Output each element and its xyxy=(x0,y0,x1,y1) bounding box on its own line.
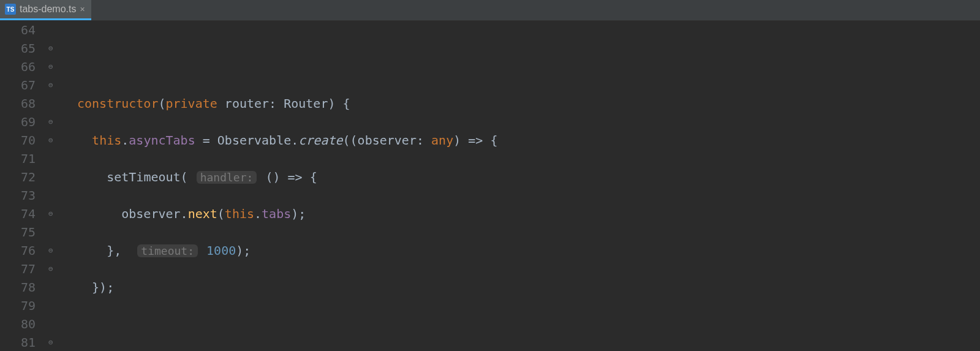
line-number: 77 xyxy=(0,260,36,278)
keyword-this: this xyxy=(225,206,254,221)
indent xyxy=(77,170,107,184)
line-number: 66 xyxy=(0,58,36,76)
fold-marker[interactable] xyxy=(43,223,59,241)
line-number: 68 xyxy=(0,94,36,113)
tab-bar: TS tabs-demo.ts × xyxy=(0,0,980,21)
fold-marker[interactable]: ⊖ xyxy=(43,205,59,223)
ident: Observable xyxy=(217,133,291,148)
op: = xyxy=(195,133,217,148)
line-number: 78 xyxy=(0,278,36,296)
line-number: 72 xyxy=(0,168,36,186)
indent xyxy=(77,206,121,221)
call: setTimeout xyxy=(107,170,180,184)
code-line[interactable]: this.asyncTabs = Observable.create((obse… xyxy=(77,131,980,149)
ident: observer xyxy=(121,206,180,221)
line-number: 69 xyxy=(0,113,36,131)
punct: . xyxy=(181,206,188,221)
line-number: 81 xyxy=(0,333,36,351)
punct: () => { xyxy=(258,170,317,184)
line-number: 80 xyxy=(0,315,36,333)
code-editor[interactable]: 646566676869707172737475767778798081 ⊖⊖⊖… xyxy=(0,21,980,351)
fold-column[interactable]: ⊖⊖⊖⊖⊖⊖⊖⊖⊖ xyxy=(43,21,59,351)
method: next xyxy=(188,206,217,221)
code-line[interactable]: observer.next(this.tabs); xyxy=(77,205,980,223)
punct: ); xyxy=(236,243,251,258)
code-line[interactable]: }); xyxy=(77,278,980,296)
type: Router xyxy=(284,96,328,111)
code-area[interactable]: constructor(private router: Router) { th… xyxy=(59,21,980,351)
punct: ( xyxy=(181,170,195,184)
fold-marker[interactable]: ⊖ xyxy=(43,39,59,58)
number: 1000 xyxy=(206,243,236,258)
fold-marker[interactable]: ⊖ xyxy=(43,58,59,76)
line-number: 74 xyxy=(0,205,36,223)
keyword: any xyxy=(431,133,453,148)
line-number: 76 xyxy=(0,241,36,260)
punct: . xyxy=(121,133,129,148)
typescript-file-icon: TS xyxy=(5,4,16,15)
fold-marker[interactable]: ⊖ xyxy=(43,76,59,94)
punct: ( xyxy=(158,96,165,111)
punct: : xyxy=(269,96,284,111)
code-line[interactable]: }, timeout: 1000); xyxy=(77,241,980,260)
line-number: 71 xyxy=(0,149,36,168)
line-number: 65 xyxy=(0,39,36,58)
code-line[interactable]: setTimeout( handler: () => { xyxy=(77,168,980,186)
file-tab[interactable]: TS tabs-demo.ts × xyxy=(0,0,91,20)
line-number-gutter: 646566676869707172737475767778798081 xyxy=(0,21,43,351)
indent: }); xyxy=(77,280,114,295)
punct: ); xyxy=(291,206,306,221)
fold-marker[interactable]: ⊖ xyxy=(43,241,59,260)
indent: }, xyxy=(77,243,136,258)
fold-marker[interactable] xyxy=(43,168,59,186)
line-number: 64 xyxy=(0,21,36,39)
line-number: 75 xyxy=(0,223,36,241)
line-number: 73 xyxy=(0,186,36,205)
fold-marker[interactable]: ⊖ xyxy=(43,333,59,351)
line-number: 79 xyxy=(0,296,36,315)
field: asyncTabs xyxy=(129,133,195,148)
method: create xyxy=(298,133,342,148)
code-line[interactable] xyxy=(77,58,980,76)
fold-marker[interactable] xyxy=(43,278,59,296)
inlay-hint: timeout: xyxy=(137,244,198,257)
punct: . xyxy=(291,133,298,148)
fold-marker[interactable] xyxy=(43,149,59,168)
field: tabs xyxy=(262,206,291,221)
keyword: constructor xyxy=(77,96,158,111)
inlay-hint: handler: xyxy=(197,171,257,184)
punct: ) { xyxy=(328,96,350,111)
fold-marker[interactable]: ⊖ xyxy=(43,260,59,278)
fold-marker[interactable] xyxy=(43,296,59,315)
punct: ((observer xyxy=(343,133,417,148)
fold-marker[interactable]: ⊖ xyxy=(43,131,59,149)
indent xyxy=(77,133,92,148)
fold-marker[interactable] xyxy=(43,315,59,333)
fold-marker[interactable]: ⊖ xyxy=(43,113,59,131)
line-number: 70 xyxy=(0,131,36,149)
punct: ( xyxy=(217,206,225,221)
code-line[interactable]: constructor(private router: Router) { xyxy=(77,94,980,113)
code-line[interactable] xyxy=(77,315,980,333)
fold-marker[interactable] xyxy=(43,21,59,39)
punct: : xyxy=(417,133,431,148)
fold-marker[interactable] xyxy=(43,186,59,205)
fold-marker[interactable] xyxy=(43,94,59,113)
close-icon[interactable]: × xyxy=(80,4,85,14)
file-tab-label: tabs-demo.ts xyxy=(20,4,76,15)
punct: ) => { xyxy=(453,133,497,148)
punct: . xyxy=(254,206,262,221)
keyword-this: this xyxy=(92,133,121,148)
param: router xyxy=(217,96,269,111)
line-number: 67 xyxy=(0,76,36,94)
keyword: private xyxy=(166,96,217,111)
